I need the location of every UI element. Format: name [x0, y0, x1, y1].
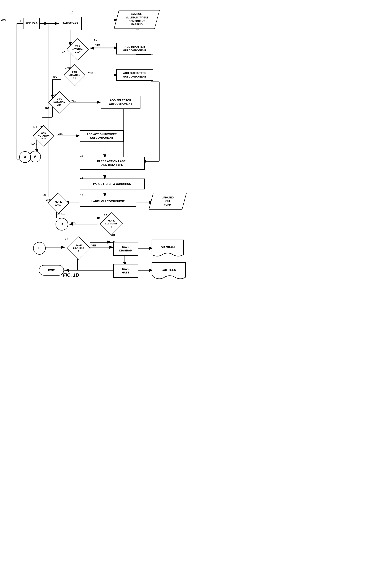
diagram-shape: DIAGRAM	[151, 239, 184, 259]
add-outputter-box: ADD OUTPUTTERGUI COMPONENT	[116, 69, 153, 81]
yes-label-17d: YES	[58, 133, 63, 136]
circle-a-bottom: A	[29, 151, 41, 162]
yes-label-moreelements: YES	[71, 222, 75, 225]
add-action-invoker-box: ADD ACTION INVOKERGUI COMPONENT	[80, 130, 124, 142]
symbol-mapping-box: SYMBOL-MULTIPLICITY/GUICOMPONENTMAPPING	[116, 10, 157, 29]
figure-caption: FIG. 1B	[63, 272, 79, 278]
save-guis-box: SAVEGUI'S	[113, 264, 138, 278]
parse-filter-box: PARSE FILTER & CONDITION	[80, 178, 145, 189]
step-14: 14	[18, 19, 21, 23]
parse-xas-box: PARSE XAS	[59, 17, 82, 30]
add-selector-box: ADD SELECTORGUI COMPONENT	[101, 96, 141, 108]
xas-notation-17d-diamond: XASNOTATION= !?	[31, 127, 56, 144]
xas-notation-17a-diamond: XASNOTATION= >>?	[64, 41, 91, 58]
add-inputter-box: ADD INPUTTERGUI COMPONENT	[116, 43, 153, 55]
save-project-diamond: SAVEPROJECT?	[65, 239, 92, 258]
circle-a-top: A	[19, 151, 31, 163]
no-label-17b: NO	[53, 76, 57, 79]
svg-text:GUI FILES: GUI FILES	[162, 268, 176, 271]
xas-notation-17b-diamond: XASNOTATION= <	[61, 67, 88, 83]
yes-label-17b: YES	[88, 72, 93, 75]
add-xas-box: ADD XAS	[23, 18, 40, 29]
flowchart-diagram: 15 14 16 17a 18 17b 19 17c 20 17d 21 22 …	[0, 0, 196, 281]
svg-text:DIAGRAM: DIAGRAM	[161, 246, 175, 249]
gui-files-shape: GUI FILES	[151, 261, 187, 281]
parse-action-label-box: PARSE ACTION LABELAND DATA TYPE	[80, 157, 145, 170]
more-xas-diamond: MOREXAS?	[46, 195, 71, 212]
yes-label-main: YES	[1, 19, 6, 22]
step-17a: 17a	[92, 39, 97, 42]
step-15: 15	[70, 11, 73, 14]
save-diagram-box: SAVEDIAGRAM	[113, 242, 138, 256]
label-gui-box: LABEL GUI COMPONENT	[80, 196, 136, 207]
xas-notation-17c-diamond: XASNOTATION=∇?	[46, 94, 73, 111]
exit-oval: EXIT	[39, 265, 64, 276]
circle-e: E	[33, 242, 46, 255]
yes-label-17a: YES	[95, 44, 100, 47]
updated-gui-form-box: UPDATEDGUIFORM	[151, 193, 184, 210]
circle-b: B	[56, 218, 68, 231]
more-elements-diamond: MOREELEMENTS?	[98, 215, 125, 233]
